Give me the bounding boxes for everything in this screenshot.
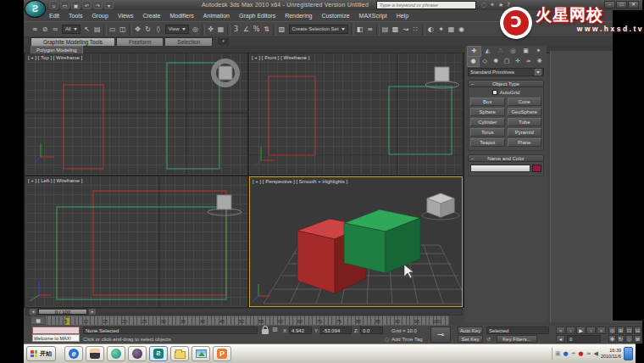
primitives-dropdown[interactable]: Standard Primitives [468, 68, 544, 76]
use-pivot-center-icon[interactable]: ◎ [191, 24, 201, 36]
spinner-snap-icon[interactable]: ⇅ [262, 24, 272, 36]
menu-help[interactable]: Help [397, 13, 408, 19]
select-and-scale-icon[interactable]: ◊ [153, 24, 164, 36]
globe-laun-launcher[interactable] [107, 346, 125, 361]
select-by-name-icon[interactable]: ▤ [92, 24, 103, 36]
viewport-top-label[interactable]: [ + ] [ Top ] [ Wireframe ] [28, 55, 82, 60]
viewport-front[interactable]: [ + ] [ Front ] [ Wireframe ] [249, 53, 463, 175]
object-name-field[interactable] [470, 165, 530, 172]
menu-edit[interactable]: Edit [49, 13, 59, 19]
display-tab-icon[interactable]: ▣ [519, 47, 532, 56]
object-type-sphere[interactable]: Sphere [470, 108, 505, 116]
green-box[interactable] [344, 209, 420, 273]
current-frame-field[interactable]: 0 [567, 335, 601, 343]
select-and-link-icon[interactable]: ∞ [30, 24, 40, 36]
3ds-max-taskbar-button[interactable]: Ƨ [149, 346, 168, 361]
utilities-tab-icon[interactable]: ✶ [532, 47, 545, 56]
space-warps-icon[interactable]: ≈ [523, 57, 534, 66]
tab-freeform[interactable]: Freeform [116, 37, 164, 46]
menu-group[interactable]: Group [92, 13, 108, 19]
start-button[interactable]: 开始 [26, 346, 56, 361]
autogrid-checkbox[interactable] [492, 90, 497, 95]
select-and-move-icon[interactable]: ✥ [133, 24, 143, 36]
tab-selection[interactable]: Selection [164, 37, 213, 46]
menu-graph-editors[interactable]: Graph Editors [239, 13, 275, 19]
viewport-top[interactable]: [ + ] [ Top ] [ Wireframe ] [25, 53, 247, 175]
mini-trackbar-button[interactable]: ▦ [31, 316, 46, 325]
key-filters-button[interactable]: Key Filters... [497, 335, 537, 343]
new-scene-icon[interactable]: ▫ [49, 1, 58, 9]
go-to-frame-button[interactable]: ◂ [556, 335, 565, 343]
default-in-out-tangent-icon[interactable]: ↺ [486, 336, 491, 343]
time-slider[interactable]: ◂ 0 / 100 ▸ [25, 308, 463, 316]
network-tray-icon[interactable]: ≈ [586, 346, 591, 361]
align-icon[interactable]: ≡ [365, 24, 375, 36]
y-coordinate-field[interactable]: -53.094 [320, 327, 352, 334]
unlink-selection-icon[interactable]: ⊘ [40, 24, 50, 36]
object-type-torus[interactable]: Torus [470, 128, 505, 137]
viewport-left[interactable]: [ + ] [ Left ] [ Wireframe ] [25, 176, 247, 307]
menu-animation[interactable]: Animation [203, 13, 230, 19]
angle-snap-icon[interactable]: ∠ [242, 24, 252, 36]
application-menu-button[interactable]: Ƨ [25, 0, 46, 18]
maximize-viewport-icon[interactable]: ⊠ [634, 335, 641, 343]
play-button[interactable]: ▶ [576, 327, 586, 334]
object-type-box[interactable]: Box [470, 98, 505, 106]
open-file-icon[interactable]: ▭ [60, 1, 69, 9]
ribbon-minimize-button[interactable]: ▾ [218, 38, 229, 45]
image-viewer-launcher[interactable] [192, 346, 210, 361]
go-to-end-button[interactable]: » [597, 327, 606, 334]
selection-filter-dropdown[interactable]: All [62, 25, 80, 34]
menu-create[interactable]: Create [142, 13, 160, 19]
object-type-cone[interactable]: Cone [508, 98, 542, 106]
menu-maxscript[interactable]: MAXScript [359, 13, 387, 19]
set-keys-button[interactable]: ⊸ [430, 327, 451, 343]
select-and-rotate-icon[interactable]: ↻ [143, 24, 153, 36]
infocenter-search-input[interactable] [376, 1, 476, 9]
bind-to-space-warp-icon[interactable]: ≈ [50, 24, 60, 36]
modify-tab-icon[interactable]: ◭ [481, 47, 494, 56]
schematic-view-icon[interactable]: ∷ [411, 24, 421, 36]
object-color-swatch[interactable] [532, 165, 541, 172]
ie-launcher[interactable]: e [64, 346, 83, 361]
project-folder-icon[interactable]: ▾ [104, 1, 114, 9]
pplive-launcher[interactable]: P [213, 346, 231, 361]
previous-frame-arrow[interactable]: ◂ [30, 309, 36, 315]
folder-launcher[interactable] [170, 346, 189, 361]
record-tray-icon[interactable]: ● [579, 346, 584, 361]
arc-rotate-icon[interactable]: ↻ [617, 335, 625, 343]
selection-set-dropdown[interactable]: Selected [486, 327, 549, 334]
tab-graphite-modeling-tools[interactable]: Graphite Modeling Tools [31, 37, 115, 46]
go-to-start-button[interactable]: « [556, 327, 565, 334]
menu-modifiers[interactable]: Modifiers [169, 13, 193, 19]
messenger-launcher[interactable] [86, 346, 104, 361]
snaps-toggle-icon[interactable]: 3 [231, 24, 242, 36]
macro-recorder-field[interactable] [32, 327, 80, 334]
capture-tray-icon[interactable]: ▣ [555, 346, 561, 361]
object-type-rollout-header[interactable]: − Object Type [468, 80, 544, 87]
reference-coordinate-dropdown[interactable]: View [165, 25, 189, 34]
viewcube-icon[interactable] [422, 193, 459, 220]
edit-selection-sets-icon[interactable]: ▧ [277, 24, 287, 36]
zoom-extents-icon[interactable]: ⊡ [625, 327, 633, 334]
auto-key-button[interactable]: Auto Key [458, 327, 483, 334]
render-production-icon[interactable]: ◉ [457, 24, 467, 36]
redo-icon[interactable]: ↷ [93, 1, 103, 9]
named-selection-sets-dropdown[interactable]: Create Selection Set [289, 25, 348, 34]
taskbar-clock[interactable]: 16:39 2010/11/6 [601, 348, 621, 359]
rendered-frame-icon[interactable]: ▦ [447, 24, 457, 36]
object-type-tube[interactable]: Tube [508, 118, 542, 126]
communication-center-icon[interactable]: ✶ [490, 1, 495, 9]
object-type-plane[interactable]: Plane [508, 138, 542, 147]
menu-customize[interactable]: Customize [321, 13, 349, 19]
shapes-icon[interactable]: ◇ [480, 57, 491, 66]
save-file-icon[interactable]: ▣ [71, 1, 80, 9]
set-key-button[interactable]: Set Key [458, 335, 483, 343]
time-slider-handle[interactable]: 0 / 100 [38, 309, 87, 315]
add-time-tag[interactable]: Add Time Tag [391, 336, 423, 343]
object-type-pyramid[interactable]: Pyramid [508, 128, 542, 137]
rectangular-selection-region-icon[interactable]: ▭ [108, 24, 118, 36]
systems-icon[interactable]: ❋ [534, 57, 545, 66]
maxscript-listener-field[interactable]: Welcome to MAX! [32, 334, 80, 342]
pan-icon[interactable]: ✥ [608, 335, 616, 343]
